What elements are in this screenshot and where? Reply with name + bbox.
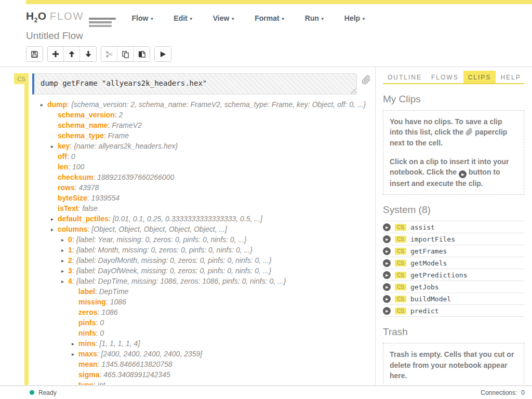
clip-label[interactable]: assist [410,223,435,231]
tree-row[interactable]: ▸0: {label: Year, missing: 0, zeros: 0, … [0,234,375,245]
clip-item-importFiles[interactable]: ▶CSimportFiles [383,233,524,245]
tree-row[interactable]: ▸default_pctiles: [0.01, 0.1, 0.25, 0.33… [0,214,375,224]
copy-cell-button[interactable] [117,47,134,61]
tab-clips[interactable]: CLIPS [463,71,496,83]
tree-row: type: int [0,380,375,385]
menu-format[interactable]: Format▼ [255,14,285,22]
tree-expand-icon[interactable]: ▸ [51,214,58,224]
tree-colon: : [70,142,74,150]
tree-expand-icon[interactable]: ▸ [61,256,68,266]
tree-value: 0 [100,329,104,337]
code-cell: dump getFrame "allyears2k_headers.hex" [32,73,357,95]
tree-colon: : [97,350,101,358]
tree-row[interactable]: ▸4: {label: DepTime, missing: 1086, zero… [0,276,375,286]
clip-label[interactable]: predict [410,307,439,315]
tree-value: {schema_version: 2, schema_name: FrameV2… [71,100,366,109]
run-clip-icon[interactable]: ▶ [383,295,391,303]
tree-key: len [58,163,68,171]
tree-row: label: DepTime [0,286,375,297]
clip-item-getFrames[interactable]: ▶CSgetFrames [383,245,524,257]
tree-row: missing: 1086 [0,297,375,307]
tree-value: {label: Year, missing: 0, zeros: 0, pinf… [76,235,247,244]
tree-expand-icon[interactable]: ▸ [61,266,68,276]
system-clips-heading: System (8) [383,204,524,216]
run-cell-button[interactable] [155,47,171,61]
run-clip-icon[interactable]: ▶ [383,307,391,315]
tree-expand-icon[interactable]: ▸ [61,245,68,256]
tree-expand-icon[interactable]: ▸ [41,100,47,110]
chevron-down-icon: ▼ [321,17,325,21]
tree-value: 2 [119,111,123,119]
menu-help[interactable]: Help▼ [344,14,366,22]
tree-expand-icon[interactable]: ▸ [61,235,68,245]
tree-value: int [98,381,105,385]
clip-label[interactable]: buildModel [410,295,451,303]
code-input[interactable]: dump getFrame "allyears2k_headers.hex" [32,73,357,95]
tab-flows[interactable]: FLOWS [427,71,463,83]
clip-label[interactable]: importFiles [410,235,455,243]
tree-expand-icon[interactable]: ▸ [51,141,58,152]
clip-label[interactable]: getModels [410,259,447,267]
sidebar-tabs: OUTLINEFLOWSCLIPSHELP [383,67,524,84]
clip-label[interactable]: getFrames [410,247,447,255]
tree-row[interactable]: ▸1: {label: Month, missing: 0, zeros: 0,… [0,245,375,255]
tab-outline[interactable]: OUTLINE [383,71,427,83]
tab-help[interactable]: HELP [496,71,525,83]
clip-label[interactable]: getPredictions [410,271,468,279]
clip-item-buildModel[interactable]: ▶CSbuildModel [383,293,524,305]
paste-cell-button[interactable] [134,47,150,61]
run-clip-icon[interactable]: ▶ [383,271,391,279]
tree-key: ninfs [78,329,96,337]
run-clip-icon[interactable]: ▶ [383,259,391,267]
clip-item-getJobs[interactable]: ▶CSgetJobs [383,281,524,293]
tree-value: [1, 1, 1, 1, 4] [99,339,140,348]
chevron-down-icon: ▼ [281,17,285,21]
tree-row[interactable]: ▸columns: [Object, Object, Object, Objec… [0,224,375,234]
cut-cell-button[interactable] [101,47,117,61]
tree-row[interactable]: ▸maxs: [2400, 2400, 2400, 2400, 2359] [0,349,375,359]
tree-expand-icon[interactable]: ▸ [72,339,78,349]
trash-heading: Trash [383,326,524,338]
run-clip-icon[interactable]: ▶ [383,223,391,231]
run-clip-icon[interactable]: ▶ [383,283,391,291]
run-clip-icon[interactable]: ▶ [383,235,391,243]
tree-row: zeros: 1086 [0,307,375,317]
add-cell-button[interactable] [48,47,64,61]
toolbar [0,46,532,62]
run-cell-icon [159,51,166,58]
logo-lines-icon [89,18,116,27]
tree-key: sigma [78,370,99,379]
menu-run[interactable]: Run▼ [305,14,325,22]
menu-view[interactable]: View▼ [213,14,235,22]
tree-colon: : [106,298,110,306]
tree-expand-icon[interactable]: ▸ [72,349,78,360]
tree-expand-icon[interactable]: ▸ [61,276,68,287]
tree-row[interactable]: ▸3: {label: DayOfWeek, missing: 0, zeros… [0,265,375,276]
clip-label[interactable]: getJobs [410,283,439,291]
tree-row: off: 0 [0,151,375,162]
run-clip-icon[interactable]: ▶ [383,247,391,255]
tree-value: 1086 [110,298,126,306]
clip-item-getPredictions[interactable]: ▶CSgetPredictions [383,269,524,281]
tree-key: 2 [68,256,72,264]
tree-row[interactable]: ▸dump: {schema_version: 2, schema_name: … [0,99,375,110]
clip-item-getModels[interactable]: ▶CSgetModels [383,257,524,269]
menu-edit[interactable]: Edit▼ [174,14,193,22]
cell-type-badge[interactable]: CS [14,73,29,84]
status-bar: Ready Connections: 0 [0,385,532,399]
move-cell-down-button[interactable] [80,47,96,61]
move-cell-up-button[interactable] [64,47,80,61]
paste-cell-icon [138,50,145,58]
tree-key: schema_version [58,111,115,119]
tree-row[interactable]: ▸key: {name: allyears2k_headers.hex} [0,141,375,151]
tree-key: 4 [68,277,72,285]
paperclip-icon[interactable] [362,75,371,85]
tree-expand-icon[interactable]: ▸ [51,224,58,235]
tree-row[interactable]: ▸2: {label: DayofMonth, missing: 0, zero… [0,255,375,265]
clip-item-predict[interactable]: ▶CSpredict [383,305,524,317]
clip-item-assist[interactable]: ▶CSassist [383,221,524,233]
menu-flow[interactable]: Flow▼ [131,14,154,22]
save-button[interactable] [26,47,43,61]
header: H2O FLOW Flow▼Edit▼View▼Format▼Run▼Help▼… [0,4,532,66]
tree-row[interactable]: ▸mins: [1, 1, 1, 1, 4] [0,338,375,349]
